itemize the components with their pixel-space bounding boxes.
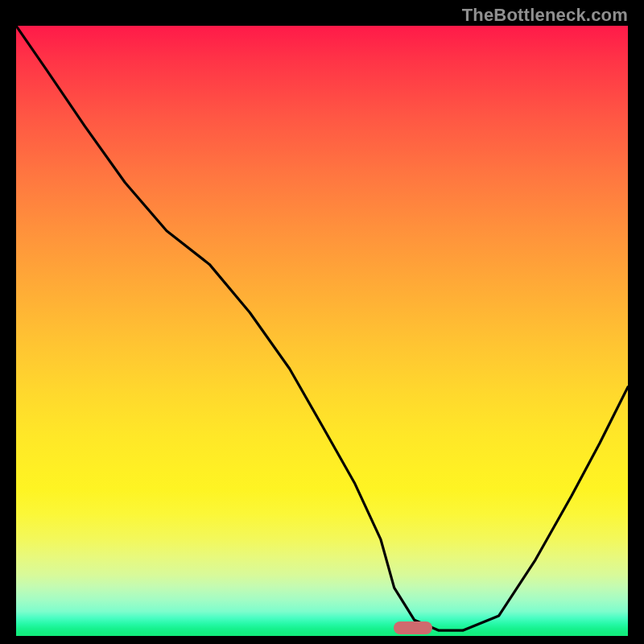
bottleneck-curve-path <box>16 26 628 630</box>
optimum-marker <box>394 621 432 634</box>
bottleneck-curve-svg <box>16 26 628 636</box>
watermark-text: TheBottleneck.com <box>462 5 628 26</box>
